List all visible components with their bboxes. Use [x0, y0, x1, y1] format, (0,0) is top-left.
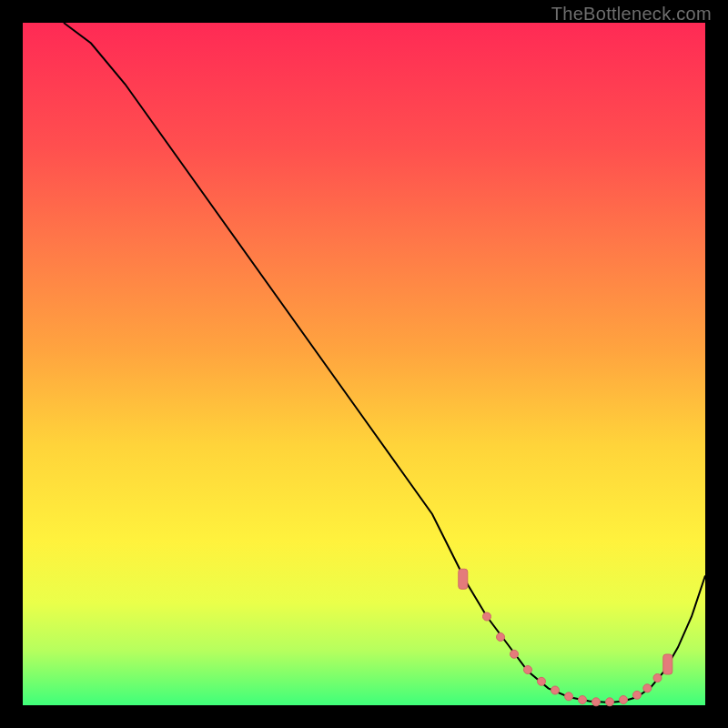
highlight-band — [459, 569, 672, 706]
marker-cap — [663, 654, 672, 674]
plot-overlay — [23, 23, 705, 705]
marker-dot — [606, 698, 614, 706]
marker-dot — [497, 633, 505, 642]
marker-dot — [511, 650, 519, 658]
marker-cap — [459, 569, 468, 589]
marker-dot — [579, 696, 587, 704]
plot-area — [23, 23, 705, 705]
attribution-label: TheBottleneck.com — [551, 4, 712, 25]
marker-dot — [483, 612, 491, 621]
marker-dot — [524, 666, 532, 674]
marker-dot — [653, 674, 662, 682]
chart-stage: TheBottleneck.com — [0, 0, 728, 728]
marker-dot — [551, 686, 560, 694]
bottleneck-curve — [64, 23, 705, 703]
marker-dot — [620, 696, 628, 704]
marker-dot — [643, 684, 652, 693]
marker-dot — [633, 691, 642, 699]
marker-dot — [592, 698, 601, 706]
marker-dot — [538, 677, 546, 685]
marker-dot — [565, 693, 573, 701]
